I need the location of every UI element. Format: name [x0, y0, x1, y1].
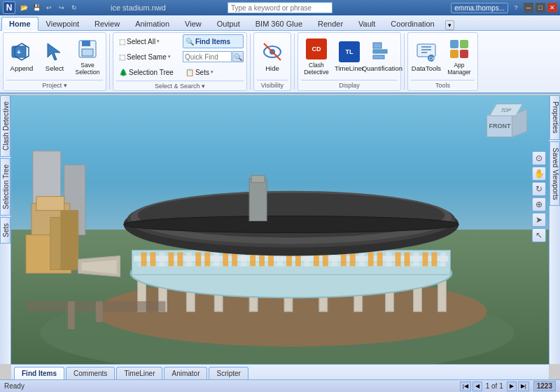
save-selection-button[interactable]: SaveSelection	[72, 36, 103, 78]
svg-rect-18	[450, 40, 458, 48]
sets-button[interactable]: 📋 Sets ▾	[183, 65, 244, 79]
viewport[interactable]: FRONT TOP ⊙ ✋ ↻ ⊕ ➤ ↖	[11, 95, 549, 364]
clash-detective-panel-tab[interactable]: Clash Detective	[0, 95, 10, 157]
svg-rect-68	[386, 252, 392, 266]
quant-icon	[371, 41, 393, 63]
selection-tree-panel-tab[interactable]: Selection Tree	[0, 158, 10, 216]
appmanager-icon	[448, 38, 470, 60]
quick-access-refresh[interactable]: ↻	[69, 2, 80, 13]
svg-rect-47	[195, 252, 201, 266]
app-manager-button[interactable]: App Manager	[444, 36, 475, 78]
quick-access-open[interactable]: 📂	[18, 2, 29, 13]
page-next-button[interactable]: ▶	[507, 382, 517, 391]
svg-rect-72	[422, 252, 428, 266]
properties-panel-tab[interactable]: Properties	[550, 95, 560, 140]
help-button[interactable]: ?	[510, 2, 522, 13]
svg-rect-19	[460, 40, 468, 48]
title-bar: N 📂 💾 ↩ ↪ ↻ ice stadium.nwd emma.thomps.…	[0, 0, 560, 15]
select-all-button[interactable]: ⬚ Select All ▾	[116, 34, 176, 48]
select-button[interactable]: Select	[39, 36, 70, 78]
svg-rect-41	[141, 252, 147, 266]
orbit-button[interactable]: ↻	[532, 182, 546, 196]
select-same-icon: ⬚	[119, 53, 125, 61]
ribbon-group-tools: DB DataTools App Manager Tools	[407, 32, 478, 91]
datatools-label: DataTools	[412, 64, 441, 72]
quantification-label: Quantification	[362, 64, 402, 72]
quick-find-input[interactable]	[183, 51, 232, 62]
tab-coordination[interactable]: Coordination	[383, 16, 442, 30]
tab-animation[interactable]: Animation	[127, 16, 177, 30]
view-cube[interactable]: FRONT TOP	[483, 101, 532, 150]
zoom-button[interactable]: ⊕	[532, 197, 546, 211]
tab-viewpoint[interactable]: Viewpoint	[38, 16, 88, 30]
svg-point-79	[124, 216, 459, 233]
animator-tab[interactable]: Animator	[164, 367, 207, 379]
ribbon: + Append Select SaveSelection Project ▾	[0, 31, 560, 94]
clash-detective-button[interactable]: CD ClashDetective	[301, 36, 332, 78]
saved-viewports-panel-tab[interactable]: Saved Viewports	[550, 141, 560, 206]
append-label: Append	[10, 64, 34, 72]
tab-review[interactable]: Review	[87, 16, 127, 30]
stadium-scene	[11, 95, 549, 364]
sep1	[109, 34, 110, 90]
sets-panel-tab[interactable]: Sets	[0, 217, 10, 244]
comments-tab[interactable]: Comments	[66, 367, 115, 379]
zoom-extents-button[interactable]: ⊙	[532, 151, 546, 165]
tab-output[interactable]: Output	[209, 16, 248, 30]
hide-button[interactable]: Hide	[257, 36, 288, 78]
ribbon-group-project: + Append Select SaveSelection Project ▾	[3, 32, 106, 91]
svg-rect-71	[414, 252, 419, 266]
maximize-button[interactable]: □	[536, 3, 545, 13]
svg-rect-73	[431, 252, 437, 266]
user-button[interactable]: emma.thomps...	[451, 3, 508, 13]
selection-tree-button[interactable]: 🌲 Selection Tree	[116, 65, 176, 79]
select-label: Select	[46, 64, 64, 72]
sets-icon: 📋	[186, 69, 194, 76]
ribbon-options-btn[interactable]: ▾	[445, 20, 454, 30]
svg-rect-21	[460, 50, 468, 58]
select-all-icon: ⬚	[119, 38, 125, 46]
timeliner-tab[interactable]: TimeLiner	[116, 367, 162, 379]
append-icon: +	[10, 41, 33, 63]
append-button[interactable]: + Append	[6, 36, 37, 78]
select-mode-button[interactable]: ↖	[532, 228, 546, 242]
svg-rect-74	[440, 252, 446, 266]
page-first-button[interactable]: |◀	[460, 382, 471, 391]
save-selection-label: SaveSelection	[76, 62, 100, 76]
quick-access-save[interactable]: 💾	[31, 2, 42, 13]
page-last-button[interactable]: ▶|	[518, 382, 529, 391]
minimize-button[interactable]: ─	[524, 3, 533, 13]
svg-text:DB: DB	[429, 56, 436, 61]
svg-rect-84	[61, 211, 78, 270]
quantification-button[interactable]: Quantification	[367, 36, 398, 78]
datatools-button[interactable]: DB DataTools	[411, 36, 442, 78]
find-icon: 🔍	[186, 38, 194, 46]
quick-find-btn[interactable]: 🔍	[232, 51, 244, 62]
scripter-tab[interactable]: Scripter	[209, 367, 248, 379]
pan-button[interactable]: ✋	[532, 167, 546, 181]
bottom-tabs: Find Items Comments TimeLiner Animator S…	[11, 364, 549, 379]
keyword-search[interactable]	[227, 2, 332, 13]
find-items-tab[interactable]: Find Items	[14, 367, 64, 379]
timeliner-button[interactable]: TL TimeLiner	[334, 36, 365, 78]
find-items-button[interactable]: 🔍 Find Items	[183, 34, 244, 48]
svg-rect-20	[450, 50, 458, 58]
ribbon-group-select-search: ⬚ Select All ▾ ⬚ Select Same ▾ 🌲 Selecti…	[113, 32, 247, 91]
close-button[interactable]: ✕	[547, 3, 557, 13]
select-same-button[interactable]: ⬚ Select Same ▾	[116, 50, 176, 64]
tab-home[interactable]: Home	[1, 17, 38, 31]
tab-render[interactable]: Render	[310, 16, 351, 30]
tab-vault[interactable]: Vault	[351, 16, 383, 30]
tab-view[interactable]: View	[177, 16, 209, 30]
walk-button[interactable]: ➤	[532, 213, 546, 227]
sep4	[404, 34, 405, 90]
svg-rect-44	[168, 252, 174, 266]
status-bar: Ready |◀ ◀ 1 of 1 ▶ ▶| 1223	[0, 379, 560, 392]
quick-access-undo[interactable]: ↩	[43, 2, 55, 13]
tab-bim360[interactable]: BIM 360 Glue	[248, 16, 310, 30]
cube-front-face: FRONT	[486, 115, 513, 137]
svg-rect-9	[373, 43, 382, 48]
page-prev-button[interactable]: ◀	[472, 382, 482, 391]
svg-rect-12	[417, 44, 435, 57]
quick-access-redo[interactable]: ↪	[56, 2, 67, 13]
